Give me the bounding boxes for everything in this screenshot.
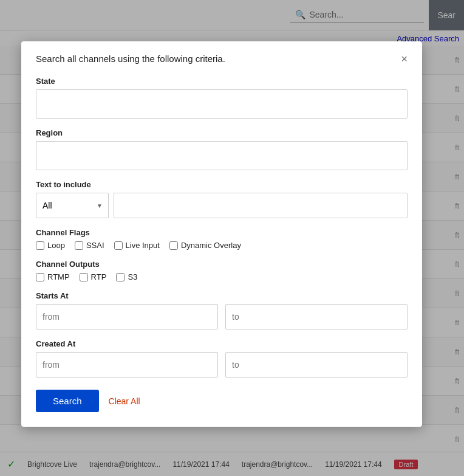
text-include-select-wrapper: All ▼ (36, 193, 109, 218)
flag-ssai-label: SSAI (86, 241, 104, 250)
channel-outputs-group: Channel Outputs RTMP RTP S3 (36, 260, 408, 281)
channel-flags-label: Channel Flags (36, 228, 408, 237)
flag-dynamic-overlay-label: Dynamic Overlay (181, 241, 241, 250)
flag-ssai-checkbox[interactable] (75, 241, 83, 250)
region-field-group: Region (36, 128, 408, 170)
output-s3-item[interactable]: S3 (116, 272, 137, 281)
region-label: Region (36, 128, 408, 137)
output-rtp-label: RTP (91, 272, 107, 281)
dialog-button-row: Search Clear All (36, 390, 408, 412)
region-input[interactable] (36, 141, 408, 170)
output-rtmp-label: RTMP (47, 272, 70, 281)
search-button[interactable]: Search (36, 390, 99, 412)
created-at-range-row (36, 352, 408, 378)
clear-all-button[interactable]: Clear All (109, 396, 140, 406)
text-include-input[interactable] (114, 193, 408, 218)
starts-at-group: Starts At (36, 291, 408, 329)
channel-flags-group: Channel Flags Loop SSAI Live Input Dynam… (36, 228, 408, 250)
state-input[interactable] (36, 89, 408, 119)
created-at-label: Created At (36, 339, 408, 348)
output-rtp-item[interactable]: RTP (80, 272, 107, 281)
output-rtp-checkbox[interactable] (80, 273, 88, 281)
flag-live-input-item[interactable]: Live Input (114, 241, 160, 250)
flag-loop-label: Loop (47, 241, 65, 250)
starts-at-label: Starts At (36, 291, 408, 300)
text-include-select[interactable]: All (36, 193, 109, 218)
flag-loop-checkbox[interactable] (36, 241, 44, 250)
flag-live-input-label: Live Input (126, 241, 160, 250)
output-s3-label: S3 (128, 272, 137, 281)
dialog-title: Search all channels using the following … (36, 53, 225, 64)
text-include-field-group: Text to include All ▼ (36, 180, 408, 218)
output-rtmp-item[interactable]: RTMP (36, 272, 70, 281)
channel-outputs-label: Channel Outputs (36, 260, 408, 269)
created-at-group: Created At (36, 339, 408, 378)
flag-dynamic-overlay-checkbox[interactable] (169, 241, 178, 250)
channel-flags-checkboxes: Loop SSAI Live Input Dynamic Overlay (36, 241, 408, 250)
starts-at-to-input[interactable] (225, 304, 408, 329)
dialog-header: Search all channels using the following … (36, 53, 408, 64)
channel-outputs-checkboxes: RTMP RTP S3 (36, 272, 408, 281)
dialog-close-button[interactable]: × (401, 53, 408, 64)
flag-ssai-item[interactable]: SSAI (75, 241, 104, 250)
advanced-search-dialog: Search all channels using the following … (21, 41, 422, 427)
text-include-label: Text to include (36, 180, 408, 189)
flag-dynamic-overlay-item[interactable]: Dynamic Overlay (169, 241, 241, 250)
state-field-group: State (36, 77, 408, 119)
created-at-to-input[interactable] (225, 352, 408, 378)
starts-at-from-input[interactable] (36, 304, 218, 329)
text-include-row: All ▼ (36, 193, 408, 218)
created-at-from-input[interactable] (36, 352, 218, 378)
flag-live-input-checkbox[interactable] (114, 241, 123, 250)
flag-loop-item[interactable]: Loop (36, 241, 65, 250)
state-label: State (36, 77, 408, 86)
starts-at-range-row (36, 304, 408, 329)
output-s3-checkbox[interactable] (116, 273, 125, 281)
output-rtmp-checkbox[interactable] (36, 273, 44, 281)
